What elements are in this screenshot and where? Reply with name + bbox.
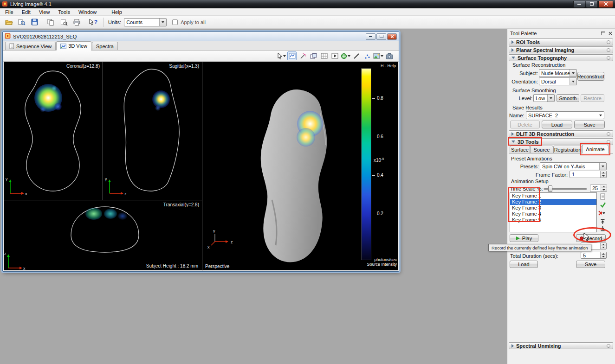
tab-source[interactable]: Source: [530, 146, 553, 153]
coronal-outline: y x: [4, 62, 103, 200]
load-surface-button[interactable]: Load: [542, 121, 572, 128]
key-frame-item[interactable]: Key Frame 4: [510, 211, 596, 217]
viewer-minimize-button[interactable]: [366, 33, 375, 40]
view-3d-mode-icon[interactable]: [287, 51, 297, 60]
key-frame-item[interactable]: Key Frame 3: [510, 205, 596, 211]
cascade-windows-icon[interactable]: [309, 51, 318, 60]
help-pointer-icon[interactable]: ?: [88, 18, 98, 27]
tool-palette-header[interactable]: Tool Palette: [507, 29, 615, 38]
reconstruct-button[interactable]: Reconstruct: [577, 72, 604, 81]
presets-combo[interactable]: Spin CW on Y-Axis: [540, 162, 607, 170]
viewer-titlebar[interactable]: SVO20120628112213_SEQ: [3, 32, 399, 41]
section-handle-icon[interactable]: [607, 48, 610, 52]
copy-icon[interactable]: [45, 18, 56, 27]
key-frame-item[interactable]: Key Frame 1: [510, 193, 596, 199]
perspective-pane[interactable]: H - Help 0.8 0.6 0.4 0.2 x10-5 photons/s…: [202, 62, 399, 271]
pointer-tool-icon[interactable]: [277, 51, 286, 60]
tab-registration[interactable]: Registration: [553, 146, 582, 153]
section-dlit-reconstruction[interactable]: DLIT 3D Reconstruction: [509, 130, 613, 137]
coronal-pane[interactable]: y x Coronal(z=12.8): [4, 62, 103, 200]
move-key-frame-up-icon[interactable]: [599, 218, 606, 225]
print-icon[interactable]: [71, 18, 82, 27]
smooth-button[interactable]: Smooth: [557, 94, 579, 102]
window-close-button[interactable]: [598, 1, 613, 8]
apply-to-all-checkbox[interactable]: [172, 19, 178, 25]
load-animation-button[interactable]: Load: [510, 261, 538, 268]
float-panel-icon[interactable]: [601, 32, 605, 35]
record-animation-button[interactable]: Record: [576, 234, 606, 242]
key-frame-item-selected[interactable]: Key Frame 2: [510, 199, 596, 205]
app-titlebar[interactable]: Living Image® 4.1: [0, 0, 615, 8]
tab-3d-view[interactable]: 3D View: [56, 41, 91, 51]
copy-key-frame-icon[interactable]: [599, 193, 606, 200]
tab-sequence-view-label: Sequence View: [16, 44, 52, 49]
delete-key-frame-icon[interactable]: [598, 210, 605, 217]
section-3d-tools[interactable]: 3D Tools: [509, 138, 613, 145]
viewer-close-button[interactable]: [387, 33, 397, 40]
delete-surface-button[interactable]: Delete: [510, 121, 540, 128]
tab-3d-view-label: 3D View: [68, 43, 87, 49]
section-roi-tools[interactable]: ROI Tools: [509, 38, 613, 45]
key-frame-list[interactable]: Key Frame 1 Key Frame 2 Key Frame 3 Key …: [510, 192, 597, 232]
pan-rotate-tool-icon[interactable]: [341, 51, 350, 60]
section-handle-icon[interactable]: [607, 40, 610, 44]
exponent-base: x10: [374, 158, 381, 163]
tab-sequence-view[interactable]: Sequence View: [5, 42, 56, 50]
section-handle-icon[interactable]: [607, 140, 610, 144]
grid-view-icon[interactable]: [319, 51, 329, 60]
total-duration-spinner[interactable]: 5: [581, 252, 607, 259]
print-preview-icon[interactable]: [58, 18, 69, 27]
surface-name-combo[interactable]: SURFACE_2: [526, 111, 604, 119]
spinner-arrows[interactable]: [600, 171, 606, 178]
spinner-arrows[interactable]: [600, 252, 606, 258]
restore-button[interactable]: Restore: [581, 94, 604, 102]
move-key-frame-down-icon[interactable]: [599, 225, 606, 232]
image-overlay-icon[interactable]: [373, 51, 383, 60]
menu-tools[interactable]: Tools: [54, 9, 74, 15]
window-maximize-button[interactable]: [586, 1, 598, 8]
menu-file[interactable]: File: [1, 9, 18, 15]
menu-edit[interactable]: Edit: [18, 9, 35, 15]
save-icon[interactable]: [30, 18, 40, 27]
time-scale-spinner[interactable]: 25: [590, 185, 607, 192]
apply-key-frame-icon[interactable]: [599, 201, 606, 208]
orientation-combo[interactable]: Dorsal: [539, 77, 577, 85]
browse-search-icon[interactable]: [17, 18, 27, 27]
sagittal-pane[interactable]: y z Sagittal(x=1.3): [103, 62, 202, 200]
section-surface-topography[interactable]: Surface Topography: [509, 54, 613, 61]
time-scale-slider-handle[interactable]: [548, 185, 552, 192]
menu-window[interactable]: Window: [74, 9, 101, 15]
tab-surface[interactable]: Surface: [510, 146, 530, 153]
save-surface-button[interactable]: Save: [574, 121, 605, 128]
spinner-arrows[interactable]: [601, 185, 607, 192]
section-handle-icon[interactable]: [607, 56, 610, 60]
spinner-arrows[interactable]: [600, 243, 606, 249]
save-animation-button[interactable]: Save: [576, 261, 605, 268]
snapshot-export-icon[interactable]: [385, 51, 394, 60]
section-spectral-unmixing[interactable]: Spectral Unmixing: [509, 342, 613, 349]
section-handle-icon[interactable]: [607, 132, 610, 136]
chevron-right-icon: [511, 344, 514, 348]
magic-wand-icon[interactable]: [298, 51, 307, 60]
close-panel-icon[interactable]: [609, 32, 612, 35]
point-cloud-icon[interactable]: [363, 51, 372, 60]
units-combo[interactable]: Counts: [124, 18, 167, 26]
tab-animate[interactable]: Animate: [582, 145, 609, 153]
section-handle-icon[interactable]: [607, 344, 610, 348]
viewer-maximize-button[interactable]: [376, 33, 386, 40]
transaxial-pane[interactable]: z x Transaxial(y=2.8) Subject Height : 1…: [4, 200, 202, 271]
measure-line-icon[interactable]: [352, 51, 361, 60]
key-frame-item[interactable]: Key Frame 5: [510, 217, 596, 223]
open-folder-icon[interactable]: [4, 18, 14, 27]
menu-help[interactable]: Help: [107, 9, 126, 15]
section-planar-spectral[interactable]: Planar Spectral Imaging: [509, 46, 613, 53]
level-combo[interactable]: Low: [533, 94, 555, 102]
subject-combo[interactable]: Nude Mouse: [539, 69, 577, 77]
slideshow-icon[interactable]: [330, 51, 339, 60]
colorbar-help-label: H - Help: [381, 64, 396, 68]
play-animation-button[interactable]: Play: [510, 234, 538, 242]
frame-factor-spinner[interactable]: 1: [570, 171, 607, 178]
tab-spectra[interactable]: Spectra: [92, 42, 118, 50]
window-minimize-button[interactable]: [573, 1, 585, 8]
menu-view[interactable]: View: [35, 9, 54, 15]
